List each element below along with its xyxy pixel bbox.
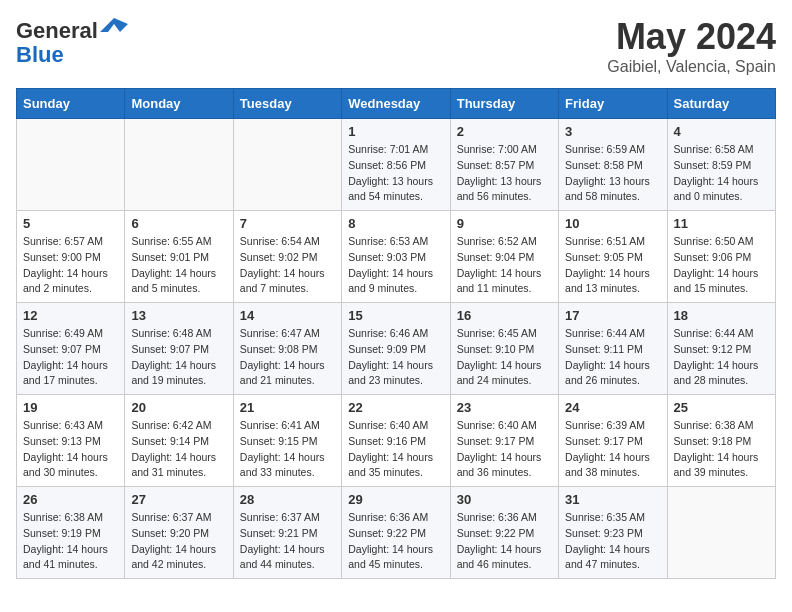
- logo-bird-icon: [100, 14, 128, 36]
- calendar-week-row: 26Sunrise: 6:38 AMSunset: 9:19 PMDayligh…: [17, 487, 776, 579]
- calendar-cell: 12Sunrise: 6:49 AMSunset: 9:07 PMDayligh…: [17, 303, 125, 395]
- day-info: Sunrise: 6:57 AMSunset: 9:00 PMDaylight:…: [23, 234, 118, 297]
- day-info: Sunrise: 7:00 AMSunset: 8:57 PMDaylight:…: [457, 142, 552, 205]
- day-info: Sunrise: 6:59 AMSunset: 8:58 PMDaylight:…: [565, 142, 660, 205]
- logo-general: General: [16, 18, 98, 43]
- day-info: Sunrise: 6:52 AMSunset: 9:04 PMDaylight:…: [457, 234, 552, 297]
- day-number: 7: [240, 216, 335, 231]
- calendar-title: May 2024: [607, 16, 776, 58]
- calendar-cell: 26Sunrise: 6:38 AMSunset: 9:19 PMDayligh…: [17, 487, 125, 579]
- day-info: Sunrise: 6:44 AMSunset: 9:11 PMDaylight:…: [565, 326, 660, 389]
- calendar-table: SundayMondayTuesdayWednesdayThursdayFrid…: [16, 88, 776, 579]
- day-info: Sunrise: 6:43 AMSunset: 9:13 PMDaylight:…: [23, 418, 118, 481]
- calendar-cell: 22Sunrise: 6:40 AMSunset: 9:16 PMDayligh…: [342, 395, 450, 487]
- calendar-cell: 27Sunrise: 6:37 AMSunset: 9:20 PMDayligh…: [125, 487, 233, 579]
- day-info: Sunrise: 6:41 AMSunset: 9:15 PMDaylight:…: [240, 418, 335, 481]
- day-number: 1: [348, 124, 443, 139]
- day-number: 2: [457, 124, 552, 139]
- day-number: 19: [23, 400, 118, 415]
- calendar-cell: 19Sunrise: 6:43 AMSunset: 9:13 PMDayligh…: [17, 395, 125, 487]
- day-number: 11: [674, 216, 769, 231]
- day-number: 17: [565, 308, 660, 323]
- calendar-cell: 29Sunrise: 6:36 AMSunset: 9:22 PMDayligh…: [342, 487, 450, 579]
- day-number: 27: [131, 492, 226, 507]
- day-info: Sunrise: 6:58 AMSunset: 8:59 PMDaylight:…: [674, 142, 769, 205]
- day-number: 18: [674, 308, 769, 323]
- day-info: Sunrise: 7:01 AMSunset: 8:56 PMDaylight:…: [348, 142, 443, 205]
- svg-marker-0: [100, 18, 128, 32]
- day-number: 6: [131, 216, 226, 231]
- calendar-header-row: SundayMondayTuesdayWednesdayThursdayFrid…: [17, 89, 776, 119]
- calendar-cell: 13Sunrise: 6:48 AMSunset: 9:07 PMDayligh…: [125, 303, 233, 395]
- day-info: Sunrise: 6:49 AMSunset: 9:07 PMDaylight:…: [23, 326, 118, 389]
- calendar-cell: [17, 119, 125, 211]
- day-info: Sunrise: 6:51 AMSunset: 9:05 PMDaylight:…: [565, 234, 660, 297]
- day-number: 13: [131, 308, 226, 323]
- day-number: 29: [348, 492, 443, 507]
- calendar-cell: 24Sunrise: 6:39 AMSunset: 9:17 PMDayligh…: [559, 395, 667, 487]
- calendar-cell: 9Sunrise: 6:52 AMSunset: 9:04 PMDaylight…: [450, 211, 558, 303]
- day-number: 26: [23, 492, 118, 507]
- day-number: 24: [565, 400, 660, 415]
- calendar-cell: 1Sunrise: 7:01 AMSunset: 8:56 PMDaylight…: [342, 119, 450, 211]
- day-info: Sunrise: 6:40 AMSunset: 9:17 PMDaylight:…: [457, 418, 552, 481]
- day-of-week-header: Monday: [125, 89, 233, 119]
- day-number: 16: [457, 308, 552, 323]
- day-number: 5: [23, 216, 118, 231]
- day-info: Sunrise: 6:48 AMSunset: 9:07 PMDaylight:…: [131, 326, 226, 389]
- calendar-cell: 14Sunrise: 6:47 AMSunset: 9:08 PMDayligh…: [233, 303, 341, 395]
- day-number: 21: [240, 400, 335, 415]
- day-of-week-header: Wednesday: [342, 89, 450, 119]
- calendar-cell: 4Sunrise: 6:58 AMSunset: 8:59 PMDaylight…: [667, 119, 775, 211]
- day-of-week-header: Thursday: [450, 89, 558, 119]
- day-info: Sunrise: 6:42 AMSunset: 9:14 PMDaylight:…: [131, 418, 226, 481]
- calendar-cell: [125, 119, 233, 211]
- day-number: 30: [457, 492, 552, 507]
- day-of-week-header: Friday: [559, 89, 667, 119]
- day-info: Sunrise: 6:44 AMSunset: 9:12 PMDaylight:…: [674, 326, 769, 389]
- day-number: 9: [457, 216, 552, 231]
- calendar-cell: 31Sunrise: 6:35 AMSunset: 9:23 PMDayligh…: [559, 487, 667, 579]
- day-info: Sunrise: 6:37 AMSunset: 9:20 PMDaylight:…: [131, 510, 226, 573]
- logo: General Blue: [16, 16, 128, 67]
- calendar-cell: 11Sunrise: 6:50 AMSunset: 9:06 PMDayligh…: [667, 211, 775, 303]
- day-info: Sunrise: 6:46 AMSunset: 9:09 PMDaylight:…: [348, 326, 443, 389]
- day-of-week-header: Saturday: [667, 89, 775, 119]
- day-number: 3: [565, 124, 660, 139]
- calendar-cell: 7Sunrise: 6:54 AMSunset: 9:02 PMDaylight…: [233, 211, 341, 303]
- calendar-subtitle: Gaibiel, Valencia, Spain: [607, 58, 776, 76]
- calendar-cell: 6Sunrise: 6:55 AMSunset: 9:01 PMDaylight…: [125, 211, 233, 303]
- calendar-cell: 20Sunrise: 6:42 AMSunset: 9:14 PMDayligh…: [125, 395, 233, 487]
- calendar-cell: 5Sunrise: 6:57 AMSunset: 9:00 PMDaylight…: [17, 211, 125, 303]
- day-info: Sunrise: 6:35 AMSunset: 9:23 PMDaylight:…: [565, 510, 660, 573]
- calendar-cell: 17Sunrise: 6:44 AMSunset: 9:11 PMDayligh…: [559, 303, 667, 395]
- day-number: 28: [240, 492, 335, 507]
- calendar-week-row: 1Sunrise: 7:01 AMSunset: 8:56 PMDaylight…: [17, 119, 776, 211]
- title-block: May 2024 Gaibiel, Valencia, Spain: [607, 16, 776, 76]
- day-number: 31: [565, 492, 660, 507]
- calendar-week-row: 5Sunrise: 6:57 AMSunset: 9:00 PMDaylight…: [17, 211, 776, 303]
- day-number: 20: [131, 400, 226, 415]
- calendar-cell: [233, 119, 341, 211]
- day-number: 8: [348, 216, 443, 231]
- day-info: Sunrise: 6:54 AMSunset: 9:02 PMDaylight:…: [240, 234, 335, 297]
- day-number: 10: [565, 216, 660, 231]
- calendar-cell: 25Sunrise: 6:38 AMSunset: 9:18 PMDayligh…: [667, 395, 775, 487]
- day-info: Sunrise: 6:55 AMSunset: 9:01 PMDaylight:…: [131, 234, 226, 297]
- calendar-cell: 21Sunrise: 6:41 AMSunset: 9:15 PMDayligh…: [233, 395, 341, 487]
- day-info: Sunrise: 6:38 AMSunset: 9:19 PMDaylight:…: [23, 510, 118, 573]
- calendar-cell: 3Sunrise: 6:59 AMSunset: 8:58 PMDaylight…: [559, 119, 667, 211]
- day-info: Sunrise: 6:53 AMSunset: 9:03 PMDaylight:…: [348, 234, 443, 297]
- calendar-cell: 18Sunrise: 6:44 AMSunset: 9:12 PMDayligh…: [667, 303, 775, 395]
- day-number: 15: [348, 308, 443, 323]
- calendar-cell: 8Sunrise: 6:53 AMSunset: 9:03 PMDaylight…: [342, 211, 450, 303]
- day-info: Sunrise: 6:47 AMSunset: 9:08 PMDaylight:…: [240, 326, 335, 389]
- calendar-cell: 15Sunrise: 6:46 AMSunset: 9:09 PMDayligh…: [342, 303, 450, 395]
- day-info: Sunrise: 6:36 AMSunset: 9:22 PMDaylight:…: [457, 510, 552, 573]
- day-of-week-header: Sunday: [17, 89, 125, 119]
- day-of-week-header: Tuesday: [233, 89, 341, 119]
- day-info: Sunrise: 6:50 AMSunset: 9:06 PMDaylight:…: [674, 234, 769, 297]
- calendar-cell: 23Sunrise: 6:40 AMSunset: 9:17 PMDayligh…: [450, 395, 558, 487]
- day-info: Sunrise: 6:39 AMSunset: 9:17 PMDaylight:…: [565, 418, 660, 481]
- day-info: Sunrise: 6:40 AMSunset: 9:16 PMDaylight:…: [348, 418, 443, 481]
